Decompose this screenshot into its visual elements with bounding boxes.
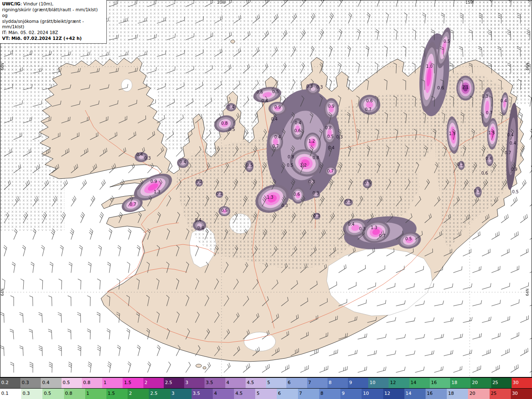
- colorbar-sleet-segment: 0.2: [0, 378, 20, 388]
- weather-forecast-map-app: 0.60.50.40.90.40.30.30.90.80.50.30.60.70…: [0, 0, 532, 399]
- colorbar-sleet-segment: 0.5: [62, 378, 82, 388]
- svg-text:0.4: 0.4: [136, 152, 143, 157]
- valid-time: VT: Mið. 07.02.2024 12Z (+42 h): [2, 36, 104, 42]
- colorbar-sleet-segment: 1.5: [123, 378, 143, 388]
- svg-text:0.8: 0.8: [288, 155, 294, 159]
- svg-text:0.5: 0.5: [272, 89, 279, 94]
- svg-text:0.6: 0.6: [366, 99, 373, 103]
- colorbar-rain-segment: 30: [511, 389, 532, 399]
- colorbar-sleet-segment: 3.5: [204, 378, 225, 388]
- svg-text:15W: 15W: [466, 0, 474, 5]
- svg-text:0.8: 0.8: [221, 121, 228, 126]
- small-island: [203, 367, 206, 369]
- svg-text:0.6: 0.6: [293, 192, 300, 197]
- colorbar-rain-segment: 9: [340, 389, 362, 399]
- title-line-2: rigning/skúrir (grænt/blátt/rautt - mm/1…: [2, 7, 104, 19]
- colorbar-sleet-row: 0.20.30.40.50.811.522.533.544.5567891012…: [0, 377, 532, 388]
- svg-text:0.4: 0.4: [510, 141, 516, 145]
- colorbar-rain-segment: 4.5: [234, 389, 255, 399]
- colorbar-sleet-segment: 3: [184, 378, 204, 388]
- colorbar-sleet-segment: 10: [368, 378, 389, 388]
- svg-text:0.5: 0.5: [364, 180, 371, 185]
- svg-text:0.3: 0.3: [308, 180, 315, 184]
- colorbar-sleet-segment: 25: [491, 378, 512, 388]
- colorbar-rain-segment: 25: [490, 389, 511, 399]
- svg-text:64N: 64N: [525, 288, 530, 296]
- colorbar-rain-segment: 16: [426, 389, 447, 399]
- svg-text:0.5: 0.5: [512, 190, 519, 194]
- colorbar-rain-segment: 7: [298, 389, 319, 399]
- svg-text:1.2: 1.2: [308, 139, 315, 143]
- colorbar-sleet-segment: 0.3: [20, 378, 41, 388]
- colorbar-sleet-segment: 30: [512, 378, 532, 388]
- colorbar-rain-segment: 2: [128, 389, 149, 399]
- svg-text:2.1: 2.1: [462, 85, 469, 89]
- colorbar-rain-segment: 0.5: [42, 389, 64, 399]
- colorbar-rain-segment: 0.8: [64, 389, 85, 399]
- svg-text:0.3: 0.3: [281, 203, 288, 208]
- svg-text:0.4: 0.4: [180, 160, 186, 164]
- svg-text:0.6: 0.6: [437, 86, 444, 90]
- colorbar-rain-segment: 14: [404, 389, 426, 399]
- colorbar-sleet-segment: 18: [450, 378, 470, 388]
- colorbar-sleet-segment: 7: [307, 378, 328, 388]
- svg-text:0.3: 0.3: [313, 213, 320, 218]
- colorbar-rain-segment: 3.5: [192, 389, 213, 399]
- svg-text:1.0: 1.0: [426, 64, 433, 69]
- svg-text:0.7: 0.7: [327, 169, 334, 173]
- svg-text:0.5: 0.5: [246, 163, 253, 167]
- svg-text:0.3: 0.3: [306, 84, 313, 89]
- svg-text:0.3: 0.3: [457, 162, 464, 167]
- svg-text:0.2: 0.2: [196, 179, 202, 184]
- colorbar-sleet-segment: 12: [389, 378, 409, 388]
- svg-text:0.7: 0.7: [505, 150, 511, 155]
- small-island: [231, 40, 235, 43]
- colorbar-sleet-segment: 0.4: [41, 378, 61, 388]
- svg-text:20W: 20W: [217, 0, 226, 5]
- legend-colorbars: 0.20.30.40.50.811.522.533.544.5567891012…: [0, 377, 532, 399]
- colorbar-sleet-segment: 5: [266, 378, 286, 388]
- colorbar-rain-segment: 3: [170, 389, 192, 399]
- svg-text:0.4: 0.4: [274, 135, 281, 139]
- svg-text:0.5: 0.5: [221, 208, 228, 213]
- svg-text:0.4: 0.4: [228, 105, 234, 109]
- init-time: IT: Mán. 05. 02. 2024 18Z: [2, 30, 104, 36]
- colorbar-rain-segment: 0.1: [0, 389, 21, 399]
- colorbar-rain-segment: 6: [277, 389, 298, 399]
- svg-text:0.3: 0.3: [336, 135, 343, 139]
- svg-text:1.2: 1.2: [300, 163, 307, 167]
- svg-text:0.9: 0.9: [328, 104, 335, 108]
- svg-text:66N: 66N: [0, 63, 5, 70]
- colorbar-rain-segment: 18: [447, 389, 468, 399]
- colorbar-rain-segment: 1: [85, 389, 106, 399]
- svg-text:0.9: 0.9: [274, 105, 281, 109]
- colorbar-rain-segment: 8: [319, 389, 340, 399]
- colorbar-sleet-segment: 16: [430, 378, 450, 388]
- svg-text:0.3: 0.3: [359, 227, 366, 231]
- svg-text:0.3: 0.3: [313, 191, 319, 195]
- colorbar-sleet-segment: 0.8: [82, 378, 102, 388]
- svg-text:0.7: 0.7: [130, 202, 136, 207]
- svg-text:0.5: 0.5: [229, 127, 235, 132]
- svg-text:0.4: 0.4: [328, 145, 335, 150]
- svg-text:0.4: 0.4: [500, 99, 507, 103]
- svg-text:1.3: 1.3: [371, 225, 377, 230]
- svg-text:0.3: 0.3: [482, 94, 488, 99]
- small-island: [196, 364, 202, 367]
- svg-text:0.5: 0.5: [327, 134, 334, 139]
- colorbar-rain-segment: 4: [213, 389, 234, 399]
- svg-text:1.3: 1.3: [267, 195, 273, 200]
- colorbar-sleet-segment: 9: [348, 378, 368, 388]
- svg-text:0.7: 0.7: [272, 144, 279, 148]
- svg-text:0.5: 0.5: [443, 39, 450, 44]
- svg-text:0.4: 0.4: [295, 121, 301, 125]
- svg-text:1.9: 1.9: [449, 131, 456, 136]
- colorbar-rain-segment: 5: [255, 389, 276, 399]
- svg-text:0.7: 0.7: [486, 111, 493, 115]
- colorbar-sleet-segment: 1: [102, 378, 123, 388]
- svg-text:0.6: 0.6: [294, 128, 301, 133]
- svg-text:66N: 66N: [525, 63, 530, 70]
- colorbar-sleet-segment: 2.5: [164, 378, 184, 388]
- weather-map: 0.60.50.40.90.40.30.30.90.80.50.30.60.70…: [0, 0, 532, 377]
- svg-text:0.7: 0.7: [365, 107, 372, 112]
